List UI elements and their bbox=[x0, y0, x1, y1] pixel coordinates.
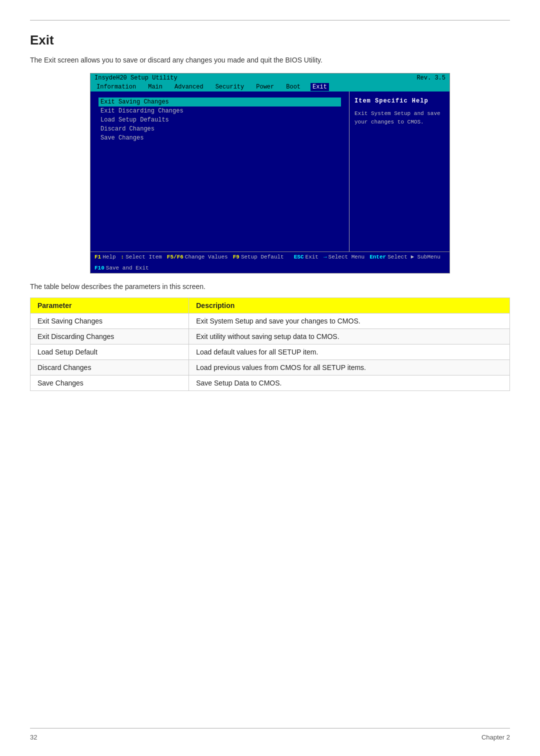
footer-f5f6: F5/F6 Change Values bbox=[167, 254, 228, 260]
bios-header-row: InsydeH20 Setup Utility Rev. 3.5 bbox=[90, 74, 450, 82]
chapter-label: Chapter 2 bbox=[482, 734, 510, 741]
footer-f9-label: Setup Default bbox=[241, 254, 284, 260]
bios-option-save-changes[interactable]: Save Changes bbox=[98, 134, 341, 142]
table-row: Save ChangesSave Setup Data to CMOS. bbox=[30, 376, 510, 391]
key-updown: ↕ bbox=[121, 254, 124, 260]
bios-screenshot: InsydeH20 Setup Utility Rev. 3.5 Informa… bbox=[90, 73, 450, 274]
bios-menu-main[interactable]: Main bbox=[146, 83, 164, 91]
footer-arrow-label: Select Menu bbox=[328, 254, 365, 260]
footer-f1-label: Help bbox=[102, 254, 116, 260]
table-cell-description: Exit utility without saving setup data t… bbox=[189, 329, 510, 344]
bios-rev: Rev. 3.5 bbox=[416, 74, 446, 82]
page-title: Exit bbox=[30, 32, 510, 48]
below-screenshot-text: The table below describes the parameters… bbox=[30, 282, 510, 290]
bios-menu-bar: Information Main Advanced Security Power… bbox=[90, 82, 450, 92]
bios-option-load-defaults[interactable]: Load Setup Defaults bbox=[98, 116, 341, 124]
key-esc: ESC bbox=[294, 254, 304, 260]
key-f5f6: F5/F6 bbox=[167, 254, 184, 260]
table-cell-description: Exit System Setup and save your changes … bbox=[189, 314, 510, 329]
table-cell-parameter: Exit Saving Changes bbox=[30, 314, 189, 329]
bios-option-discard-changes[interactable]: Discard Changes bbox=[98, 124, 341, 134]
bios-title: InsydeH20 Setup Utility bbox=[94, 74, 178, 82]
footer-f9: F9 Setup Default bbox=[233, 254, 284, 260]
bios-menu-power[interactable]: Power bbox=[254, 83, 276, 91]
bios-option-exit-discarding[interactable]: Exit Discarding Changes bbox=[98, 106, 341, 116]
footer-enter-label: Select ► SubMenu bbox=[388, 254, 440, 260]
key-f9: F9 bbox=[233, 254, 240, 260]
bios-footer: F1 Help ↕ Select Item F5/F6 Change Value… bbox=[90, 252, 450, 273]
footer-f5f6-label: Change Values bbox=[185, 254, 228, 260]
bottom-bar: 32 Chapter 2 bbox=[30, 728, 510, 741]
footer-f10-label: Save and Exit bbox=[106, 265, 149, 271]
bios-body: Exit Saving Changes Exit Discarding Chan… bbox=[90, 92, 450, 252]
bios-menu-exit[interactable]: Exit bbox=[310, 83, 329, 91]
bios-menu-boot[interactable]: Boot bbox=[284, 83, 302, 91]
table-cell-parameter: Discard Changes bbox=[30, 360, 189, 376]
table-cell-parameter: Exit Discarding Changes bbox=[30, 329, 189, 344]
table-cell-description: Load default values for all SETUP item. bbox=[189, 344, 510, 360]
table-cell-parameter: Save Changes bbox=[30, 376, 189, 391]
col-header-parameter: Parameter bbox=[30, 298, 189, 314]
bios-help-text: Exit System Setup and save your changes … bbox=[354, 110, 444, 126]
footer-arrow: → Select Menu bbox=[324, 254, 364, 260]
bios-main-panel: Exit Saving Changes Exit Discarding Chan… bbox=[90, 92, 350, 252]
bios-option-exit-saving[interactable]: Exit Saving Changes bbox=[98, 98, 341, 106]
key-arrow: → bbox=[324, 254, 327, 260]
bios-help-panel: Item Specific Help Exit System Setup and… bbox=[350, 92, 450, 252]
table-row: Load Setup DefaultLoad default values fo… bbox=[30, 344, 510, 360]
page: Exit The Exit screen allows you to save … bbox=[0, 0, 540, 756]
footer-f1: F1 Help bbox=[94, 254, 116, 260]
table-cell-description: Load previous values from CMOS for all S… bbox=[189, 360, 510, 376]
table-cell-parameter: Load Setup Default bbox=[30, 344, 189, 360]
col-header-description: Description bbox=[189, 298, 510, 314]
footer-updown-label: Select Item bbox=[126, 254, 162, 260]
footer-esc-label: Exit bbox=[306, 254, 318, 260]
footer-enter: Enter Select ► SubMenu bbox=[370, 254, 440, 260]
intro-text: The Exit screen allows you to save or di… bbox=[30, 56, 510, 64]
bios-menu-information[interactable]: Information bbox=[94, 83, 138, 91]
top-divider bbox=[30, 20, 510, 20]
bios-help-title: Item Specific Help bbox=[354, 98, 444, 104]
key-f1: F1 bbox=[94, 254, 101, 260]
table-row: Discard ChangesLoad previous values from… bbox=[30, 360, 510, 376]
footer-updown: ↕ Select Item bbox=[121, 254, 162, 260]
param-table: Parameter Description Exit Saving Change… bbox=[30, 298, 510, 391]
key-enter: Enter bbox=[370, 254, 386, 260]
page-number: 32 bbox=[30, 734, 37, 741]
bios-menu-security[interactable]: Security bbox=[214, 83, 246, 91]
table-body: Exit Saving ChangesExit System Setup and… bbox=[30, 314, 510, 391]
footer-esc: ESC Exit bbox=[294, 254, 318, 260]
footer-f10: F10 Save and Exit bbox=[94, 265, 149, 271]
table-row: Exit Discarding ChangesExit utility with… bbox=[30, 329, 510, 344]
table-header-row: Parameter Description bbox=[30, 298, 510, 314]
table-row: Exit Saving ChangesExit System Setup and… bbox=[30, 314, 510, 329]
bios-menu-advanced[interactable]: Advanced bbox=[172, 83, 206, 91]
table-cell-description: Save Setup Data to CMOS. bbox=[189, 376, 510, 391]
key-f10: F10 bbox=[94, 265, 104, 271]
